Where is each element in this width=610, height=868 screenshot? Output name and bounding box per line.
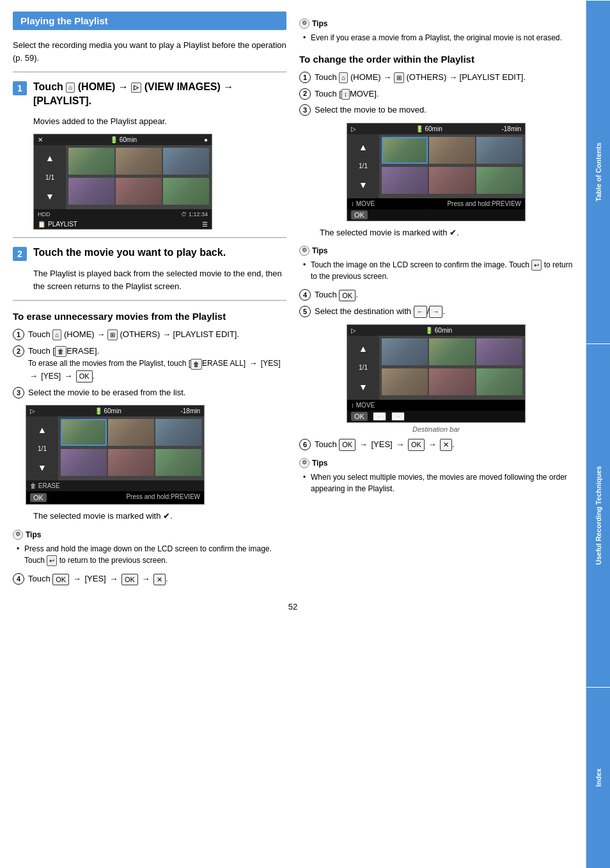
erase-step-3: 3 Select the movie to be erased from the… <box>13 386 286 399</box>
order-thumb-1[interactable] <box>382 137 428 164</box>
order-tips-header-2: ⚙ Tips <box>299 457 573 469</box>
order-thumb2-2[interactable] <box>429 338 475 365</box>
order-step-5: 5 Select the destination with ←/→. <box>299 305 573 318</box>
erase-cam-grid <box>58 416 204 480</box>
erase-step-4-text: Touch OK → [YES] → OK → ✕. <box>28 572 168 585</box>
order-ok-key-3[interactable]: OK <box>408 439 425 451</box>
order-thumb-4[interactable] <box>382 167 428 194</box>
ok-key-2[interactable]: OK <box>52 574 69 586</box>
ok-key-1[interactable]: OK <box>76 370 93 383</box>
thumb-3[interactable] <box>163 148 209 175</box>
arrow-up[interactable]: ▲ <box>45 153 54 163</box>
thumb-2[interactable] <box>116 148 162 175</box>
order-after-screen-1: The selected movie is marked with ✔. <box>320 226 573 239</box>
arrow-down[interactable]: ▼ <box>45 191 54 201</box>
top-tips-block: ⚙ Tips Even if you erase a movie from a … <box>299 18 573 43</box>
order-cam-battery-1: 🔋 60min <box>416 125 442 132</box>
view-images-icon: ▷ <box>131 83 141 93</box>
erase-thumb-3[interactable] <box>155 419 201 446</box>
divider-3 <box>13 300 286 301</box>
order-thumb2-5[interactable] <box>429 368 475 395</box>
divider-2 <box>13 237 286 238</box>
order-step-4-num: 4 <box>299 289 311 301</box>
x-key-1[interactable]: ✕ <box>153 574 166 586</box>
order-step-2-num: 2 <box>299 88 311 100</box>
order-right-btn[interactable]: → <box>391 412 405 421</box>
order-step-1: 1 Touch ⌂ (HOME) → ⊞ (OTHERS) → [PLAYLIS… <box>299 71 573 84</box>
order-cam-bottom-1: ↕ MOVE Press and hold:PREVIEW <box>347 198 525 209</box>
order-thumb2-6[interactable] <box>476 368 522 395</box>
camera-top-bar-1: ✕ 🔋 60min ● <box>34 134 212 145</box>
order-thumb2-1[interactable] <box>382 338 428 365</box>
erase-thumb-6[interactable] <box>155 449 201 476</box>
right-arrow-key[interactable]: → <box>429 306 442 318</box>
order-cam-grid-2 <box>379 336 525 400</box>
order-ok-key-2[interactable]: OK <box>339 439 356 451</box>
order-step-5-text: Select the destination with ←/→. <box>315 305 445 318</box>
order-section-title: To change the order within the Playlist <box>299 52 573 66</box>
hdd-label: HDD <box>38 211 51 217</box>
playlist-icon: 📋 <box>38 221 45 228</box>
tab-useful-recording[interactable]: Useful Recording Techniques <box>586 343 610 687</box>
erase-thumb-1[interactable] <box>61 419 107 446</box>
ok-key-3[interactable]: OK <box>121 574 138 586</box>
tips-icon-order-1: ⚙ <box>299 246 309 256</box>
camera-screen-order-2: ▷ 🔋 60min ▲ 1/1 ▼ <box>347 324 526 423</box>
order-ok-1[interactable]: OK <box>351 210 368 219</box>
order-cam-bottom-2: ↕ MOVE <box>347 400 525 411</box>
battery-label: 🔋 60min <box>110 136 137 143</box>
thumb-1[interactable] <box>68 148 114 175</box>
order-ok-2[interactable]: OK <box>351 412 368 421</box>
order-x-key[interactable]: ✕ <box>440 439 452 451</box>
order-step-4-text: Touch OK. <box>315 288 358 301</box>
thumb-6[interactable] <box>163 178 209 205</box>
erase-thumb-5[interactable] <box>108 449 154 476</box>
order-step-4: 4 Touch OK. <box>299 288 573 301</box>
camera-playlist-bar: 📋 PLAYLIST ☰ <box>34 219 212 229</box>
order-arrow-up-1[interactable]: ▲ <box>359 142 368 152</box>
erase-section-title: To erase unnecessary movies from the Pla… <box>13 310 286 323</box>
order-step-3: 3 Select the movie to be moved. <box>299 104 573 116</box>
order-arrow-down-2[interactable]: ▼ <box>359 382 368 392</box>
camera-thumbnails-1: ▲ 1/1 ▼ <box>34 145 212 209</box>
order-thumb-6[interactable] <box>476 167 522 194</box>
order-thumb-5[interactable] <box>429 167 475 194</box>
erase-tips-list: Press and hold the image down on the LCD… <box>13 543 286 566</box>
order-arrow-up-2[interactable]: ▲ <box>359 343 368 354</box>
erase-thumb-4[interactable] <box>61 449 107 476</box>
order-thumb-2[interactable] <box>429 137 475 164</box>
order-cam-nav-2: ▲ 1/1 ▼ <box>347 336 379 400</box>
thumb-4[interactable] <box>68 178 114 205</box>
order-thumb-3[interactable] <box>476 137 522 164</box>
intro-text: Select the recording media you want to p… <box>13 39 286 64</box>
order-tips-2: ⚙ Tips When you select multiple movies, … <box>299 457 573 494</box>
order-step-5-num: 5 <box>299 306 311 317</box>
order-thumb2-4[interactable] <box>382 368 428 395</box>
dest-bar-label: Destination bar <box>299 425 573 433</box>
others-icon-2: ⊞ <box>394 72 404 83</box>
order-step-1-num: 1 <box>299 72 311 83</box>
section-title: Playing the Playlist <box>13 12 286 30</box>
order-step-6-num: 6 <box>299 439 311 450</box>
page-number: 52 <box>13 602 573 612</box>
order-thumb2-3[interactable] <box>476 338 522 365</box>
order-left-btn[interactable]: ← <box>373 412 386 421</box>
order-arrow-down-1[interactable]: ▼ <box>359 180 368 190</box>
erase-tips-header: ⚙ Tips <box>13 529 286 541</box>
move-icon-1: ↕ <box>341 89 350 100</box>
home-icon-3: ⌂ <box>339 72 348 83</box>
order-step-2-text: Touch [↕MOVE]. <box>315 88 379 100</box>
order-ok-key-1[interactable]: OK <box>339 290 356 302</box>
thumb-5[interactable] <box>116 178 162 205</box>
erase-arrow-up[interactable]: ▲ <box>38 425 47 435</box>
left-arrow-key[interactable]: ← <box>414 306 427 318</box>
tips-icon-1: ⚙ <box>13 530 23 540</box>
erase-thumb-2[interactable] <box>108 419 154 446</box>
tab-table-of-contents[interactable]: Table of Contents <box>586 0 610 343</box>
order-cam-top-1: ▷ 🔋 60min -18min <box>347 123 525 134</box>
tab-index[interactable]: Index <box>586 687 610 868</box>
erase-arrow-down[interactable]: ▼ <box>38 462 47 473</box>
order-tips-list-2: When you select multiple movies, the mov… <box>299 471 573 494</box>
erase-ok-button[interactable]: OK <box>30 493 47 502</box>
order-step-1-text: Touch ⌂ (HOME) → ⊞ (OTHERS) → [PLAYLIST … <box>315 71 526 84</box>
